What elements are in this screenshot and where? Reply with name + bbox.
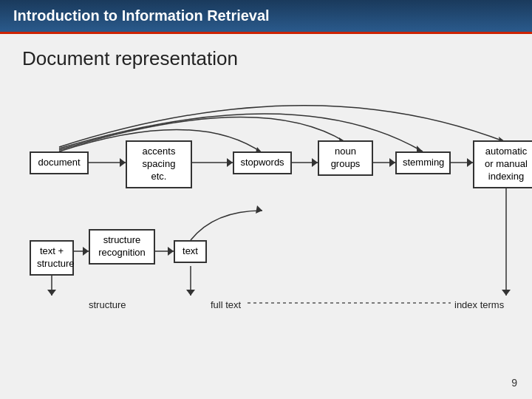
box-struct-recog: structurerecognition <box>89 229 155 265</box>
box-document: document <box>30 151 89 174</box>
box-text2: text <box>174 240 207 263</box>
svg-marker-19 <box>47 290 56 296</box>
box-auto-index: automaticor manualindexing <box>473 140 532 188</box>
page-number: 9 <box>511 377 517 389</box>
box-text-structure: text +structure <box>30 240 74 276</box>
slide-title: Document representation <box>22 47 510 70</box>
box-accents: accentsspacingetc. <box>126 140 192 188</box>
label-structure: structure <box>89 299 126 310</box>
svg-marker-21 <box>186 290 195 296</box>
slide-body: Document representation <box>0 34 532 395</box>
svg-marker-13 <box>467 158 473 167</box>
label-indexterms: index terms <box>454 299 504 310</box>
box-stemming: stemming <box>395 151 451 174</box>
diagram: document accentsspacingetc. stopwords no… <box>22 92 510 344</box>
box-stopwords: stopwords <box>233 151 292 174</box>
label-fulltext: full text <box>211 299 241 310</box>
svg-marker-25 <box>256 205 262 214</box>
header-title: Introduction to Information Retrieval <box>13 7 270 24</box>
svg-marker-15 <box>83 247 89 256</box>
svg-marker-5 <box>120 158 126 167</box>
svg-marker-11 <box>389 158 395 167</box>
svg-marker-7 <box>227 158 233 167</box>
svg-marker-17 <box>168 247 174 256</box>
slide-header: Introduction to Information Retrieval <box>0 0 532 34</box>
box-noun-groups: noungroups <box>318 140 373 176</box>
svg-marker-24 <box>502 290 511 296</box>
svg-marker-9 <box>312 158 318 167</box>
